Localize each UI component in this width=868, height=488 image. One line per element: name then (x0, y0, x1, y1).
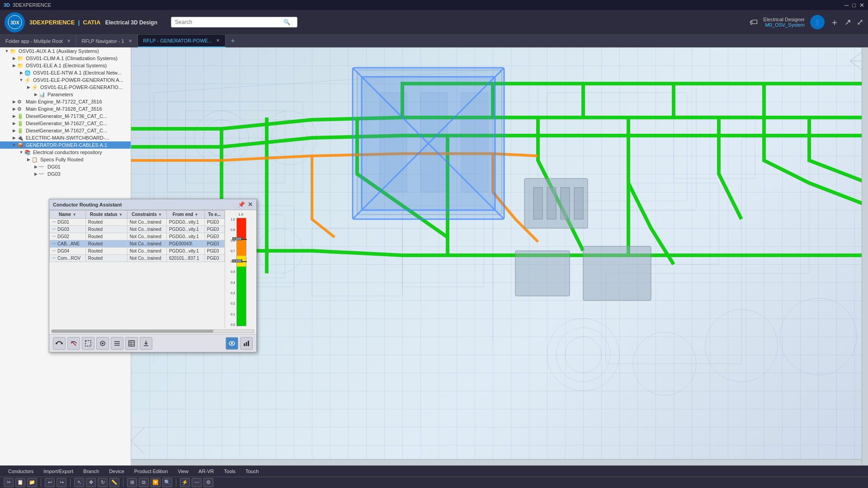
zoom-tool[interactable]: 🔍 (162, 478, 172, 487)
menu-item-import/export[interactable]: Import/Export (39, 468, 78, 475)
col-to[interactable]: To e... (204, 211, 224, 219)
minimize-button[interactable]: ─ (844, 2, 849, 9)
list-button[interactable] (111, 337, 123, 350)
cut-tool[interactable]: ✂ (4, 478, 14, 487)
unroute-button[interactable] (67, 337, 80, 350)
settings-tool[interactable]: ⚙ (203, 478, 213, 487)
undo-tool[interactable]: ↩ (45, 478, 55, 487)
chart-button[interactable] (240, 337, 253, 350)
menu-item-device[interactable]: Device (104, 468, 129, 475)
layer-tool[interactable]: ⧉ (139, 478, 149, 487)
rotate-tool[interactable]: ↻ (98, 478, 108, 487)
dialog-titlebar[interactable]: Conductor Routing Assistant 📌 ✕ (49, 199, 256, 210)
table-row[interactable]: 〰DG02RoutedNot Co...trainedPGDG0...vity.… (50, 233, 225, 240)
menu-item-view[interactable]: View (173, 468, 193, 475)
grid-tool[interactable]: ⊞ (127, 478, 137, 487)
expand-icon[interactable]: ⤢ (857, 17, 863, 27)
table-row[interactable]: 〰CAB...ANERoutedNot Co...trainedPGE00043… (50, 240, 225, 248)
viewport-scrollbar-bottom[interactable] (131, 459, 862, 465)
menu-item-product-edition[interactable]: Product Edition (130, 468, 173, 475)
tab-close-0[interactable]: ✕ (67, 38, 71, 43)
tree-item[interactable]: ▶🔋DieselGenerator_M-71627_CAT_C... (0, 120, 131, 127)
route-button[interactable] (53, 337, 66, 350)
tree-expander[interactable]: ▶ (25, 85, 32, 89)
tab-rflp-generator[interactable]: RFLP - GENERATOR-POWE... ✕ (138, 35, 226, 47)
tree-expander[interactable]: ▶ (11, 99, 17, 104)
copy-tool[interactable]: 📋 (15, 478, 25, 487)
tab-rflp-nav[interactable]: RFLP Navigator - 1 ✕ (76, 35, 138, 47)
tab-folder-app[interactable]: Folder app - Multiple Root ✕ (0, 35, 76, 47)
search-box[interactable]: 🔍 (171, 17, 297, 28)
table-row[interactable]: 〰Com...ROVRoutedNot Co...trained620101..… (50, 255, 225, 262)
tree-item[interactable]: ▶〰DG01 (0, 163, 131, 170)
dialog-close-button[interactable]: ✕ (248, 201, 253, 208)
search-icon[interactable]: 🔍 (283, 19, 290, 25)
user-avatar[interactable]: 👤 (810, 15, 825, 29)
select-tool[interactable]: ↖ (74, 478, 84, 487)
paste-tool[interactable]: 📁 (27, 478, 37, 487)
tree-item[interactable]: ▼⚡OSV01-ELE-POWER-GENERATION A... (0, 76, 131, 84)
tab-close-2[interactable]: ✕ (216, 38, 220, 43)
tree-expander[interactable]: ▶ (18, 70, 24, 75)
dialog-horizontal-scrollbar[interactable] (51, 329, 255, 333)
tree-expander[interactable]: ▶ (11, 121, 17, 126)
move-tool[interactable]: ✥ (86, 478, 96, 487)
tree-expander[interactable]: ▶ (11, 56, 17, 61)
tree-expander[interactable]: ▶ (11, 128, 17, 133)
col-from[interactable]: From end ▼ (166, 211, 204, 219)
table-row[interactable]: 〰DG04RoutedNot Co...trainedPGDG0...vity.… (50, 248, 225, 255)
menu-item-touch[interactable]: Touch (241, 468, 263, 475)
viewport-scrollbar-right[interactable] (862, 47, 868, 465)
eye-button[interactable] (226, 337, 238, 350)
col-name[interactable]: Name ▼ (50, 211, 86, 219)
table-row[interactable]: 〰DG03RoutedNot Co...trainedPGDG0...vity.… (50, 226, 225, 233)
menu-item-branch[interactable]: Branch (79, 468, 104, 475)
view-button[interactable] (96, 337, 109, 350)
tree-item[interactable]: ▼📁OSV01-AUX A.1 (Auxiliary Systems) (0, 47, 131, 55)
tree-item[interactable]: ▶⚡OSV01-ELE-POWER-GENERATIO... (0, 84, 131, 91)
measure-tool[interactable]: 📏 (109, 478, 119, 487)
tree-item[interactable]: ▶📁OSV01-CLIM A.1 (Climatization Systems) (0, 55, 131, 62)
tree-expander[interactable]: ▼ (11, 143, 17, 147)
maximize-button[interactable]: □ (852, 2, 856, 9)
connect-tool[interactable]: ⚡ (180, 478, 190, 487)
bookmark-icon[interactable]: 🏷 (750, 18, 758, 27)
col-status[interactable]: Route status ▼ (85, 211, 127, 219)
export-button[interactable] (140, 337, 152, 350)
menu-item-conductors[interactable]: Conductors (4, 468, 38, 475)
tree-expander[interactable]: ▶ (11, 136, 17, 140)
tree-expander[interactable]: ▶ (11, 63, 17, 68)
share-icon[interactable]: ↗ (844, 17, 851, 27)
tree-expander[interactable]: ▶ (11, 107, 17, 111)
filter-tool[interactable]: 🔽 (151, 478, 160, 487)
select-button[interactable] (82, 337, 94, 350)
dialog-pin-button[interactable]: 📌 (238, 201, 245, 208)
tree-expander[interactable]: ▶ (25, 157, 32, 162)
tree-item[interactable]: ▶📁OSV01-ELE A.1 (Electrical Systems) (0, 62, 131, 69)
tree-item[interactable]: ▶🔋DieselGenerator_M-71627_CAT_C... (0, 127, 131, 134)
add-icon[interactable]: ＋ (830, 16, 839, 28)
tree-expander[interactable]: ▶ (33, 92, 39, 97)
tab-add-button[interactable]: ＋ (226, 36, 240, 46)
tree-expander[interactable]: ▼ (18, 150, 24, 155)
tree-expander[interactable]: ▶ (33, 172, 39, 176)
table-button[interactable] (125, 337, 138, 350)
tree-item[interactable]: ▶🔌ELECTRIC-MAIN-SWITCHBOARD-... (0, 134, 131, 141)
route-tool[interactable]: 〰 (192, 478, 202, 487)
redo-tool[interactable]: ↪ (57, 478, 66, 487)
tree-expander[interactable]: ▼ (4, 49, 10, 53)
menu-item-tools[interactable]: Tools (219, 468, 240, 475)
tab-close-1[interactable]: ✕ (128, 38, 132, 43)
tree-expander[interactable]: ▶ (33, 164, 39, 169)
tree-expander[interactable]: ▼ (18, 78, 24, 82)
tree-item[interactable]: ▶〰DG03 (0, 170, 131, 178)
tree-item[interactable]: ▶📊Parameters (0, 91, 131, 98)
tree-item[interactable]: ▶🔋DieselGenerator_M-71736_CAT_C... (0, 113, 131, 120)
tree-item[interactable]: ▶📋Specs Fully Routed (0, 156, 131, 163)
tree-expander[interactable]: ▶ (11, 114, 17, 118)
tree-item[interactable]: ▼📦GENERATOR-POWER-CABLES A.1 (0, 141, 131, 149)
tree-item[interactable]: ▶⚙Main Engine_M-71722_CAT_3516 (0, 98, 131, 105)
table-row[interactable]: 〰DG01RoutedNot Co...trainedPGDG0...vity.… (50, 219, 225, 226)
tree-item[interactable]: ▶⚙Main Engine_M-71628_CAT_3516 (0, 105, 131, 113)
search-input[interactable] (175, 19, 283, 25)
